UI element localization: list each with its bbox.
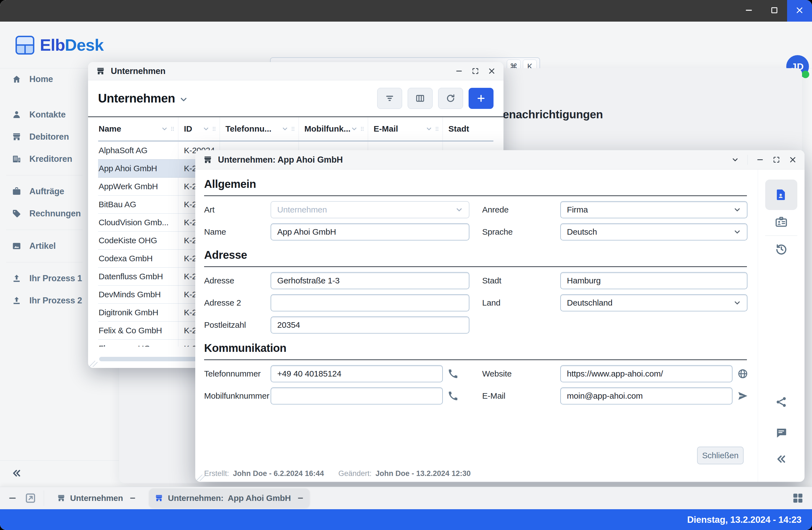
sidebar-item-debitoren[interactable]: Debitoren [0, 126, 89, 148]
drag-handle-icon[interactable] [169, 126, 176, 132]
close-button[interactable] [787, 0, 812, 22]
sidebar-item-kontakte[interactable]: Kontakte [0, 104, 89, 126]
land-select[interactable] [560, 294, 748, 311]
app-logo[interactable]: ElbDesk [15, 35, 104, 55]
sidebar-item-artikel[interactable]: Artikel [0, 235, 89, 257]
minimize-all-icon[interactable] [8, 493, 17, 503]
columns-button[interactable] [408, 88, 433, 109]
stadt-field[interactable] [560, 272, 748, 289]
send-icon[interactable] [737, 390, 749, 402]
resize-grip[interactable] [197, 472, 205, 481]
storefront-icon [203, 155, 213, 164]
created-label: Erstellt: [204, 469, 229, 478]
telefonnummer-field[interactable] [271, 365, 443, 382]
adresse-field[interactable] [271, 272, 469, 289]
name-field[interactable] [271, 223, 469, 241]
postleitzahl-field[interactable] [271, 316, 469, 333]
drag-handle-icon[interactable] [434, 126, 440, 132]
website-input[interactable] [566, 369, 726, 379]
share-button[interactable] [758, 396, 804, 409]
taskbar-item-unternehmen[interactable]: Unternehmen [51, 488, 142, 508]
maximize-button[interactable] [763, 0, 785, 22]
column-header-stadt[interactable]: Stadt [443, 117, 494, 141]
minimize-window-icon[interactable] [129, 495, 136, 502]
image-icon [12, 241, 21, 251]
sprache-select[interactable] [560, 223, 748, 241]
refresh-button[interactable] [438, 88, 463, 109]
window-close-icon[interactable] [789, 156, 797, 164]
drag-handle-icon[interactable] [359, 126, 365, 132]
adresse2-input[interactable] [277, 298, 463, 308]
sort-chevron-icon[interactable] [425, 125, 433, 132]
drag-handle-icon[interactable] [211, 126, 217, 132]
sprache-value[interactable] [566, 227, 733, 237]
app-window: ElbDesk ⌘ K JD Home Kontakte Debitoren K… [0, 0, 812, 530]
sidebar-item-auftraege[interactable]: Aufträge [0, 180, 89, 202]
window-maximize-icon[interactable] [472, 67, 479, 75]
history-button[interactable] [765, 242, 797, 256]
schliessen-button[interactable]: Schließen [697, 447, 744, 464]
rail-collapse-button[interactable] [758, 453, 804, 465]
upload-icon [12, 296, 21, 305]
window-minimize-icon[interactable] [756, 156, 764, 164]
filter-button[interactable] [377, 88, 402, 109]
taskbar-item-unternehmen-app-ahoi[interactable]: Unternehmen: App Ahoi GmbH [149, 488, 310, 508]
email-input[interactable] [566, 391, 726, 401]
mobilfunknummer-input[interactable] [277, 391, 437, 401]
window-close-icon[interactable] [488, 67, 496, 75]
detail-window-titlebar[interactable]: Unternehmen: App Ahoi GmbH [195, 150, 804, 170]
stadt-input[interactable] [566, 276, 741, 286]
email-field[interactable] [560, 387, 733, 404]
adresse2-field[interactable] [271, 294, 469, 311]
open-in-new-window-icon[interactable] [24, 492, 37, 504]
section-underline [204, 266, 747, 267]
sidebar-item-kreditoren[interactable]: Kreditoren [0, 148, 89, 170]
anrede-select[interactable] [560, 201, 748, 218]
sidebar-item-label: Kontakte [29, 110, 66, 120]
table-cell-name: Flussware UG [98, 340, 178, 347]
land-value[interactable] [566, 298, 733, 308]
globe-icon[interactable] [737, 368, 749, 379]
tab-contact-badge[interactable] [765, 216, 797, 229]
sort-chevron-icon[interactable] [161, 125, 168, 132]
window-maximize-icon[interactable] [772, 156, 780, 164]
sidebar-item-rechnungen[interactable]: Rechnungen [0, 202, 89, 225]
sidebar-item-prozess-2[interactable]: Ihr Prozess 2 [0, 289, 89, 312]
column-header-telefonnummer[interactable]: Telefonnu... [220, 117, 299, 141]
postleitzahl-input[interactable] [277, 320, 463, 330]
field-label-website: Website [482, 369, 560, 378]
list-view-header: Unternehmen [88, 80, 504, 116]
sort-chevron-icon[interactable] [351, 125, 358, 132]
minimize-window-icon[interactable] [297, 495, 304, 502]
tab-contact-details[interactable] [765, 180, 797, 210]
column-header-id[interactable]: ID [178, 117, 220, 141]
sidebar-item-home[interactable]: Home [0, 68, 89, 90]
mobilfunknummer-field[interactable] [271, 387, 443, 404]
comment-button[interactable] [758, 427, 804, 440]
name-input[interactable] [277, 227, 463, 237]
phone-icon[interactable] [447, 390, 459, 402]
window-minimize-icon[interactable] [455, 67, 463, 75]
anrede-value[interactable] [566, 205, 733, 215]
drag-handle-icon[interactable] [290, 126, 296, 132]
sidebar-collapse-button[interactable] [8, 465, 26, 482]
adresse-input[interactable] [277, 276, 463, 286]
resize-grip[interactable] [89, 358, 98, 367]
column-header-mobilfunknummer[interactable]: Mobilfunk... [299, 117, 368, 141]
sort-chevron-icon[interactable] [281, 125, 289, 132]
list-window-titlebar[interactable]: Unternehmen [88, 62, 504, 80]
add-record-button[interactable] [468, 88, 494, 109]
website-field[interactable] [560, 365, 733, 382]
column-header-name[interactable]: Name [98, 117, 178, 141]
telefonnummer-input[interactable] [277, 369, 437, 379]
view-title-dropdown[interactable]: Unternehmen [98, 91, 188, 105]
statusbar-datetime: Dienstag, 13.2.2024 - 14:23 [687, 515, 801, 525]
column-header-email[interactable]: E-Mail [368, 117, 443, 141]
table-cell-name: Datenfluss GmbH [98, 268, 178, 285]
sidebar-item-prozess-1[interactable]: Ihr Prozess 1 [0, 267, 89, 289]
sort-chevron-icon[interactable] [202, 125, 209, 132]
minimize-button[interactable] [738, 0, 760, 22]
phone-icon[interactable] [447, 368, 459, 379]
window-grid-icon[interactable] [792, 492, 804, 504]
window-menu-chevron-icon[interactable] [731, 156, 739, 164]
